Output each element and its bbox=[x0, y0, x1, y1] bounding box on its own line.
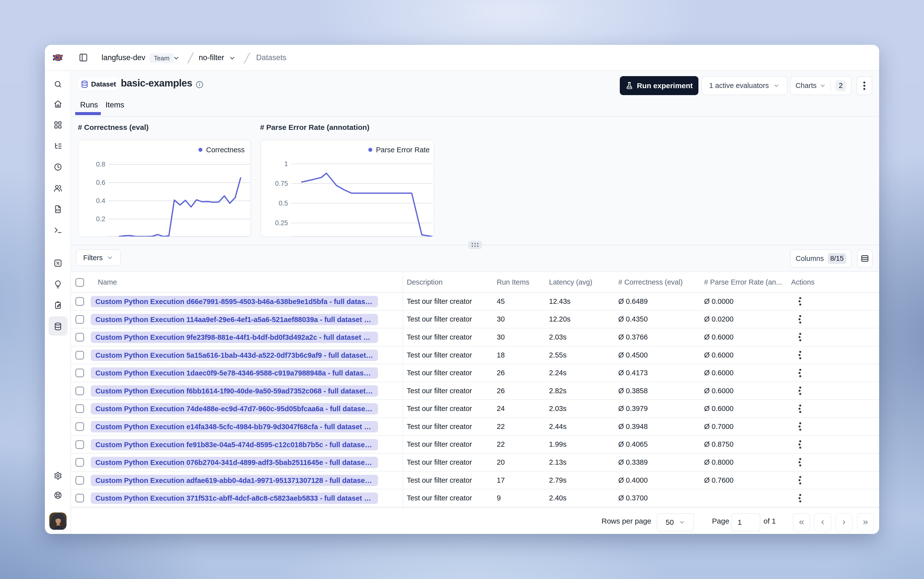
svg-text:0.6: 0.6 bbox=[96, 179, 105, 186]
svg-text:1: 1 bbox=[284, 160, 288, 168]
svg-text:0.4: 0.4 bbox=[96, 197, 105, 204]
svg-text:0.2: 0.2 bbox=[96, 215, 105, 223]
svg-text:0.8: 0.8 bbox=[96, 160, 105, 168]
svg-text:Correctness: Correctness bbox=[206, 146, 244, 154]
svg-text:0.5: 0.5 bbox=[279, 200, 288, 207]
svg-text:0.25: 0.25 bbox=[275, 219, 288, 227]
svg-text:Parse Error Rate: Parse Error Rate bbox=[376, 146, 430, 154]
svg-text:0.75: 0.75 bbox=[275, 180, 288, 187]
